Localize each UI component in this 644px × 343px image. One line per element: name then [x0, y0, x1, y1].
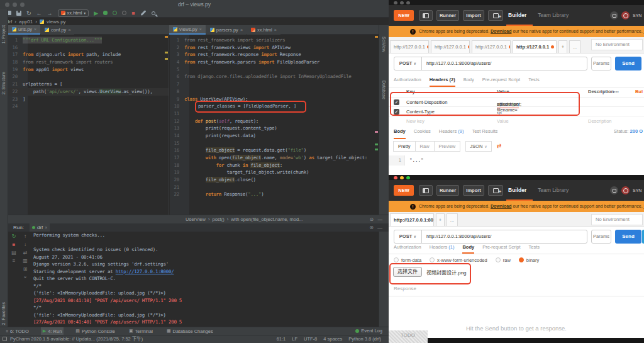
gear-icon[interactable]: ⊙ [369, 223, 374, 232]
tab-tests[interactable]: Tests [528, 74, 540, 87]
request-tab[interactable]: http://127.0.0.1 [472, 40, 511, 53]
environment-selector[interactable]: No Environment [591, 214, 643, 225]
run-config-selector[interactable]: xx.html ▾ [58, 9, 89, 17]
status-item[interactable]: 4 spaces [323, 335, 342, 343]
more-options-icon[interactable]: ••• [614, 89, 619, 94]
new-button[interactable]: NEW [394, 10, 414, 21]
tab-test-results[interactable]: Test Results [472, 125, 497, 139]
editor-urls-py[interactable]: 1"""drf URL Configuration..."""1617from … [8, 35, 169, 215]
sync-status-icon[interactable] [621, 11, 630, 20]
download-link[interactable]: Download [491, 29, 511, 33]
close-icon[interactable]: × [199, 27, 202, 31]
bulk-edit-link[interactable]: Bul [635, 89, 643, 94]
new-tab-button[interactable]: + [558, 40, 567, 53]
new-button[interactable]: NEW [394, 185, 414, 196]
run-tool-icon[interactable]: ▥ [23, 258, 28, 264]
run-icon[interactable]: ▶ [94, 10, 98, 16]
status-item[interactable]: Python 3.8 (drf) [348, 335, 381, 343]
body-mode-binary[interactable]: binary [519, 257, 539, 263]
body-mode-x-www-form-urlencoded[interactable]: x-www-form-urlencoded [430, 257, 487, 263]
run-tool-icon[interactable]: ↑ [24, 233, 26, 239]
run-console[interactable]: Performing system checks...System check … [33, 232, 379, 326]
request-tab[interactable]: http://127.0.0.1 [513, 40, 557, 53]
runner-button[interactable]: Runner [436, 185, 459, 196]
body-mode-form-data[interactable]: form-data [394, 257, 421, 263]
minimize-panel-icon[interactable]: — [378, 215, 383, 224]
minimize-window-icon[interactable] [400, 176, 404, 180]
left-tool-strip[interactable]: 1: Project2: Structure2: Favorites [0, 9, 8, 343]
toolwindow-4-run[interactable]: ▶4: Run [41, 327, 64, 335]
close-icon[interactable]: × [34, 27, 36, 31]
url-input[interactable]: http://127.0.0.1:8000/api/users/ [422, 57, 587, 70]
close-window-icon[interactable] [5, 3, 9, 7]
close-icon[interactable]: × [240, 28, 243, 32]
tab-tests[interactable]: Tests [529, 242, 540, 254]
tool-windows-icon[interactable] [3, 337, 7, 341]
editor-tab-xx-html[interactable]: xx.html× [247, 25, 280, 35]
editor-tab-conf-py[interactable]: conf.py× [41, 25, 74, 35]
editor-tab-urls-py[interactable]: urls.py× [8, 25, 40, 35]
runner-button[interactable]: Runner [436, 10, 459, 21]
view-preview[interactable]: Preview [434, 141, 461, 152]
sidebar-item-0[interactable]: 1: Project [1, 25, 6, 44]
header-key[interactable]: Content-Type [406, 109, 435, 115]
tab-team-library[interactable]: Team Library [538, 187, 569, 193]
wrench-icon[interactable] [140, 10, 146, 16]
pycharm-titlebar[interactable]: drf – views.py [0, 0, 389, 9]
coverage-icon[interactable] [113, 11, 117, 15]
tab-body[interactable]: Body [462, 242, 474, 254]
tab-cookies[interactable]: Cookies [414, 125, 431, 139]
close-icon[interactable]: × [274, 28, 277, 32]
run-toolbar-right[interactable]: ↑↓⇄▥⊞× [21, 233, 30, 280]
gear-icon[interactable]: ⊙ [370, 215, 374, 224]
send-button[interactable]: Send [615, 57, 641, 70]
tab-headers[interactable]: Headers (1) [430, 242, 455, 254]
tab-authorization[interactable]: Authorization [394, 242, 421, 254]
debug-icon[interactable] [103, 11, 108, 15]
editor-breadcrumb[interactable]: UserView›post()›with open(file_object.na… [186, 215, 303, 224]
choose-file-button[interactable]: 选择文件 [393, 267, 422, 277]
params-button[interactable]: Params [591, 57, 611, 70]
toolwindow-6-todo[interactable]: ≡6: TODO [4, 327, 31, 335]
download-link[interactable]: Download [491, 204, 511, 208]
header-key[interactable]: Content-Disposition [406, 99, 447, 105]
method-selector[interactable]: POST∨ [394, 57, 422, 70]
body-mode-raw[interactable]: raw [496, 257, 511, 263]
run-tool-icon[interactable]: ≡ [13, 258, 16, 264]
sidebar-item-2[interactable]: 2: Favorites [1, 302, 6, 325]
close-window-icon[interactable] [394, 1, 397, 5]
tool-strip-item-0[interactable]: SciView [382, 37, 386, 52]
minimize-window-icon[interactable] [400, 1, 404, 5]
request-tab[interactable]: http://127.0.0.1 [431, 40, 470, 53]
run-tab-drf[interactable]: drf × [30, 223, 50, 232]
status-item[interactable]: LF [292, 335, 297, 343]
header-row-ghost[interactable]: New keyValueDescription [389, 116, 644, 125]
zoom-window-icon[interactable] [20, 3, 25, 7]
minimize-panel-icon[interactable]: — [377, 223, 382, 232]
checkbox[interactable]: ✓ [394, 109, 399, 115]
run-tool-icon[interactable]: ↻ [12, 233, 16, 239]
editor-tab-views-py[interactable]: views.py× [169, 25, 206, 35]
tool-strip-item-1[interactable]: Database [382, 81, 386, 99]
toolwindow-terminal[interactable]: ▣Terminal [127, 327, 155, 335]
tab-authorization[interactable]: Authorization [394, 74, 421, 87]
tab-overflow-button[interactable]: ... [447, 213, 458, 226]
close-icon[interactable]: × [68, 28, 70, 32]
new-window-button[interactable] [488, 10, 503, 21]
sync-icon[interactable]: ↻ [26, 10, 31, 16]
zoom-window-icon[interactable] [406, 1, 410, 5]
environment-selector[interactable]: No Environment [591, 39, 643, 50]
response-body[interactable]: 1 "..." [389, 155, 644, 166]
editor-views-py[interactable]: 1from rest_framework import serializers2… [170, 35, 379, 215]
back-icon[interactable]: ← [36, 10, 42, 16]
layout-toggle-button[interactable] [419, 185, 433, 196]
event-log-button[interactable]: Event Log [355, 327, 382, 335]
view-pretty[interactable]: Pretty [393, 141, 416, 152]
close-window-icon[interactable] [394, 176, 397, 180]
run-tool-icon[interactable]: ■ [13, 242, 16, 247]
breadcrumb-item[interactable]: views.py [47, 18, 66, 25]
breadcrumb-item[interactable]: app01 [19, 18, 33, 25]
import-button[interactable]: Import [463, 185, 484, 196]
capture-icon[interactable] [610, 186, 618, 194]
request-tab[interactable]: http://127.0.0.1 [390, 40, 429, 53]
